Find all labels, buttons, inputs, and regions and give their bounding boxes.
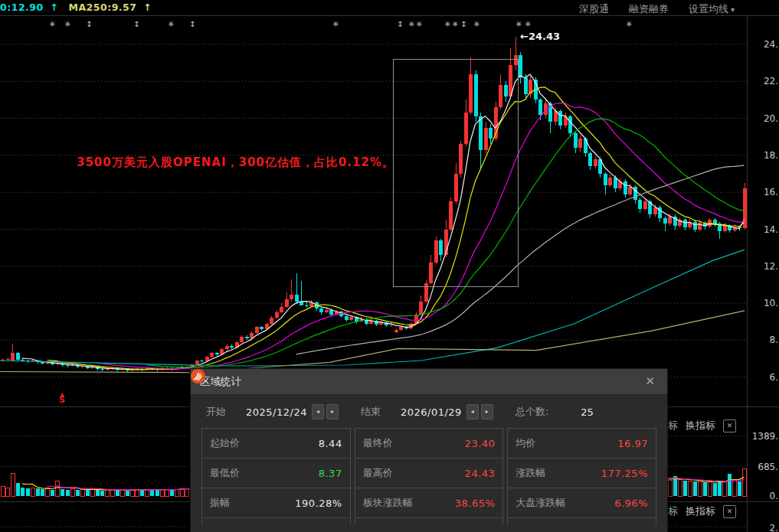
indicator-name-partial: 标 (668, 419, 678, 432)
region-selection-box[interactable] (393, 59, 519, 287)
ma120-line (0, 250, 745, 366)
star-event-marker-icon[interactable]: ✳ (626, 20, 632, 29)
candle-body (574, 133, 578, 148)
stat-value: 23.40 (465, 438, 496, 449)
menu-item-shenzhen-connect[interactable]: 深股通 (579, 2, 609, 16)
star-event-marker-icon[interactable]: ✳ (444, 20, 450, 29)
volume-bar (733, 480, 737, 496)
ma120-label: 0:12.90 ↑ (0, 2, 62, 13)
end-date-value[interactable]: 2026/01/29 (401, 406, 462, 418)
eastmoney-logo-icon (191, 369, 205, 383)
volume-bar (678, 480, 682, 496)
volume-bar (80, 489, 84, 496)
candle-body (588, 153, 592, 166)
candle-body (260, 327, 263, 328)
volume-bar (165, 489, 169, 496)
candle-body (245, 337, 249, 338)
chart-top-menu: 深股通 融资融券 设置均线▾ (579, 2, 735, 16)
volume-bar (56, 481, 60, 496)
candle-body (200, 361, 204, 361)
switch-indicator-link[interactable]: 换指标 (686, 504, 715, 518)
volume-bar (70, 488, 74, 496)
star-event-marker-icon[interactable]: ✳ (525, 20, 531, 29)
volume-bar (743, 468, 747, 496)
star-event-marker-icon[interactable]: ✳ (516, 20, 522, 29)
close-icon[interactable]: ✕ (642, 374, 658, 389)
updown-arrow-marker-icon[interactable]: ↕ (133, 20, 139, 29)
updown-arrow-marker-icon[interactable]: ↕ (189, 20, 195, 29)
axis-labels: 24.22.20.18.16.14.12.10.8.6.1389.685.0.2… (752, 39, 778, 532)
stat-cell: 振幅190.28% (201, 488, 351, 518)
volume-bar (26, 488, 30, 496)
star-event-marker-icon[interactable]: ✳ (408, 20, 414, 29)
volume-bar (708, 481, 712, 496)
stat-cell: 均价16.97 (507, 428, 656, 459)
stat-value: 24.43 (465, 468, 496, 479)
volume-bar (36, 488, 40, 496)
candle-body (658, 207, 662, 218)
start-date-value[interactable]: 2025/12/24 (246, 406, 307, 418)
candle-body (663, 218, 667, 224)
star-event-marker-icon[interactable]: ✳ (452, 20, 458, 29)
star-event-marker-icon[interactable]: ✳ (64, 20, 70, 29)
star-event-marker-icon[interactable]: ✳ (168, 20, 174, 29)
stat-cell (507, 517, 656, 525)
svg-text:1389.: 1389. (752, 431, 778, 442)
stat-cell: 大盘涨跌幅6.96% (507, 488, 656, 518)
updown-arrow-marker-icon[interactable]: ↕ (86, 20, 92, 29)
candle-body (628, 187, 632, 194)
candle-body (519, 55, 522, 77)
candle-body (394, 330, 398, 332)
stat-label: 均价 (516, 436, 535, 450)
count-label: 总个数: (516, 405, 548, 419)
volume-bar (120, 490, 124, 496)
stat-label: 最低价 (210, 466, 240, 480)
start-date-prev-button[interactable]: ◂ (312, 404, 324, 419)
candle-body (325, 310, 329, 313)
star-event-marker-icon[interactable]: ✳ (332, 20, 339, 29)
candle-body (11, 353, 15, 361)
volume-bar (126, 491, 129, 496)
ma60-line (296, 165, 745, 354)
svg-text:14.: 14. (764, 224, 778, 235)
volume-bar (170, 490, 174, 496)
sell-signal-marker: ▲ S (59, 393, 65, 403)
stat-label: 涨跌幅 (516, 466, 545, 480)
ma250-label: MA250:9.57 ↑ (68, 2, 155, 13)
candle-body (255, 327, 259, 332)
stat-value: 6.96% (614, 498, 648, 509)
candle-body (305, 305, 309, 306)
stat-cell (201, 517, 351, 525)
star-event-marker-icon[interactable]: ✳ (473, 20, 480, 29)
candle-body (693, 222, 697, 230)
start-date-next-button[interactable]: ▸ (326, 404, 339, 419)
switch-indicator-link[interactable]: 换指标 (686, 419, 715, 432)
end-date-prev-button[interactable]: ◂ (466, 404, 479, 419)
svg-text:20.: 20. (764, 113, 778, 124)
volume-bar (668, 480, 672, 496)
candle-body (41, 362, 44, 363)
updown-arrow-marker-icon[interactable]: ↕ (460, 20, 466, 29)
candle-body (275, 312, 279, 318)
indicator3-panel-header: 标 换指标 ✕ (668, 504, 736, 518)
volume-bar (51, 490, 54, 496)
volume-bar (16, 483, 20, 496)
svg-text:0.: 0. (770, 491, 778, 501)
volume-bar (723, 481, 727, 496)
stat-cell: 最高价24.43 (355, 458, 504, 488)
close-panel-button[interactable]: ✕ (723, 419, 736, 432)
end-date-next-button[interactable]: ▸ (481, 404, 493, 419)
svg-text:12.: 12. (764, 261, 778, 272)
menu-item-margin-trading[interactable]: 融资融券 (629, 2, 669, 16)
star-event-marker-icon[interactable]: ✳ (416, 20, 422, 29)
updown-arrow-marker-icon[interactable]: ↕ (397, 20, 403, 29)
candle-body (419, 302, 423, 315)
ma-lines-layer (0, 74, 745, 373)
candle-body (290, 295, 293, 299)
star-event-marker-icon[interactable]: ✳ (49, 20, 55, 29)
menu-item-ma-settings[interactable]: 设置均线▾ (689, 2, 735, 16)
svg-text:10.: 10. (764, 298, 778, 308)
close-panel-button[interactable]: ✕ (723, 505, 736, 518)
candle-body (568, 116, 572, 133)
dialog-header[interactable]: 区域统计 ✕ (191, 369, 667, 395)
